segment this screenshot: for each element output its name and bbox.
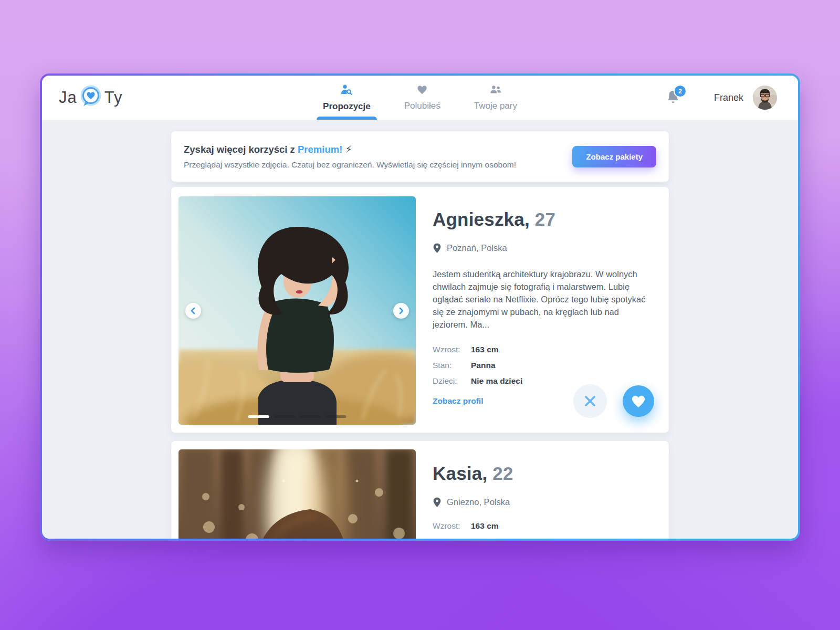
tab-polubiles[interactable]: Polubiłeś (394, 76, 451, 120)
person-search-icon (340, 84, 353, 98)
profile-photo-carousel (178, 449, 416, 539)
tab-label: Twoje pary (474, 101, 517, 111)
photo-indicator[interactable] (248, 415, 269, 418)
stat-row: Wzrost: 163 cm (433, 345, 655, 354)
profile-photo-1 (178, 196, 416, 425)
tab-propozycje[interactable]: Propozycje (312, 76, 381, 120)
profile-name: Kasia, 22 (433, 463, 655, 484)
profile-photo-carousel (178, 196, 416, 425)
header-right-section: 2 Franek (666, 86, 777, 110)
close-icon (583, 394, 597, 408)
view-profile-link[interactable]: Zobacz profil (433, 396, 483, 406)
profile-actions: Zobacz profil (433, 384, 654, 418)
profile-details: Agnieszka, 27 Poznań, Polska Jestem stud… (433, 187, 655, 433)
logo-text-left: Ja (59, 88, 77, 107)
premium-banner-title: Zyskaj więcej korzyści z Premium! ⚡ (184, 144, 516, 155)
pass-button[interactable] (573, 384, 607, 418)
heart-icon (416, 85, 428, 97)
people-icon (489, 85, 502, 97)
chevron-left-icon (190, 307, 197, 314)
profile-location: Poznań, Polska (433, 243, 655, 254)
notification-badge: 2 (674, 85, 687, 98)
photo-indicator[interactable] (300, 415, 321, 418)
stat-row: Wzrost: 163 cm (433, 521, 655, 531)
profile-age: 22 (492, 463, 513, 484)
like-button[interactable] (623, 385, 654, 417)
chevron-right-icon (397, 307, 405, 314)
profile-age: 27 (535, 209, 555, 229)
profile-card: Agnieszka, 27 Poznań, Polska Jestem stud… (171, 187, 669, 433)
premium-banner: Zyskaj więcej korzyści z Premium! ⚡ Prze… (171, 131, 669, 182)
user-avatar[interactable] (753, 86, 777, 110)
profile-name: Agnieszka, 27 (433, 209, 655, 230)
carousel-prev-button[interactable] (185, 303, 201, 319)
profile-card: Kasia, 22 Gniezno, Polska (171, 441, 669, 539)
profile-stats: Wzrost: 163 cm Stan: Panna Dzieci: Nie m… (433, 345, 655, 386)
app-header: Ja Ty (42, 76, 798, 120)
app-window: Ja Ty (40, 74, 800, 541)
profile-location: Gniezno, Polska (433, 497, 655, 508)
profile-bio: Jestem studentką architektury krajobrazu… (433, 268, 655, 331)
see-packages-button[interactable]: Zobacz pakiety (572, 146, 656, 167)
stat-row: Stan: Panna (433, 361, 655, 370)
user-name: Franek (714, 92, 743, 103)
notifications-button[interactable]: 2 (666, 89, 681, 107)
profile-details: Kasia, 22 Gniezno, Polska (433, 441, 655, 539)
app-logo[interactable]: Ja Ty (59, 85, 122, 111)
tab-twoje-pary[interactable]: Twoje pary (464, 76, 528, 120)
carousel-next-button[interactable] (393, 303, 409, 319)
content-area: Zyskaj więcej korzyści z Premium! ⚡ Prze… (42, 120, 798, 539)
photo-indicators (248, 415, 346, 418)
tab-label: Polubiłeś (404, 101, 440, 111)
premium-highlight: Premium! (298, 144, 342, 155)
photo-indicator[interactable] (326, 415, 346, 418)
lightning-emoji: ⚡ (342, 144, 352, 155)
main-navigation: Propozycje Polubiłeś (312, 76, 528, 120)
tab-label: Propozycje (323, 101, 371, 112)
premium-banner-subtitle: Przeglądaj wszystkie zdjęcia. Czatuj bez… (184, 160, 516, 170)
logo-text-right: Ty (104, 88, 123, 107)
profile-photo-2 (178, 449, 416, 539)
heart-icon (631, 394, 646, 408)
location-pin-icon (433, 497, 442, 508)
profile-stats: Wzrost: 163 cm Stan: Panna (433, 521, 655, 539)
stat-row: Stan: Panna (433, 537, 655, 539)
page-background: Ja Ty (0, 0, 840, 630)
logo-heart-bubble-icon (78, 85, 103, 111)
photo-indicator[interactable] (274, 415, 295, 418)
location-pin-icon (433, 243, 442, 254)
